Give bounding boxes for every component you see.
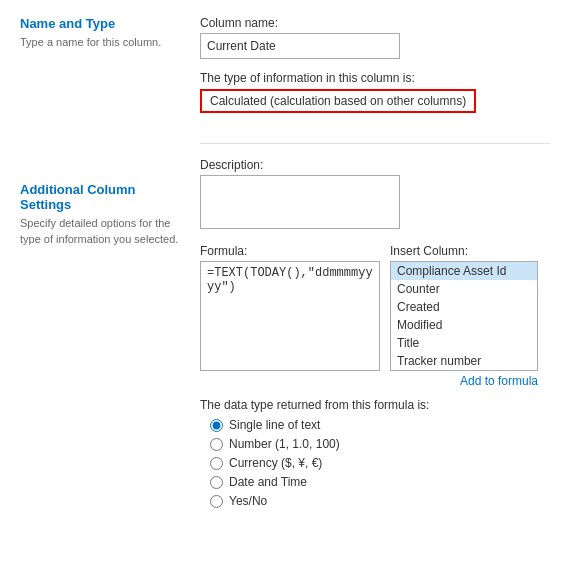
type-info-text: The type of information in this column i… (200, 71, 550, 85)
data-type-label: The data type returned from this formula… (200, 398, 550, 412)
radio-label-2: Currency ($, ¥, €) (229, 456, 322, 470)
column-name-label: Column name: (200, 16, 550, 30)
list-item[interactable]: Created (391, 298, 537, 316)
formula-input[interactable]: =TEXT(TODAY(),"ddmmmmyyyy") (200, 261, 380, 371)
additional-settings-section: Additional Column Settings Specify detai… (20, 182, 184, 247)
radio-label-3: Date and Time (229, 475, 307, 489)
radio-label-4: Yes/No (229, 494, 267, 508)
type-info-group: The type of information in this column i… (200, 71, 550, 129)
radio-input-1[interactable] (210, 438, 223, 451)
insert-column-label: Insert Column: (390, 244, 538, 258)
additional-settings-title: Additional Column Settings (20, 182, 184, 212)
formula-label: Formula: (200, 244, 380, 258)
additional-settings-desc: Specify detailed options for the type of… (20, 216, 184, 247)
description-label: Description: (200, 158, 550, 172)
list-item[interactable]: Title (391, 334, 537, 352)
divider (200, 143, 550, 144)
column-name-group: Column name: (200, 16, 550, 59)
name-type-section: Name and Type Type a name for this colum… (20, 16, 184, 50)
radio-input-3[interactable] (210, 476, 223, 489)
radio-input-4[interactable] (210, 495, 223, 508)
list-item[interactable]: Modified (391, 316, 537, 334)
list-item[interactable]: Counter (391, 280, 537, 298)
list-item[interactable]: Compliance Asset Id (391, 262, 537, 280)
radio-input-0[interactable] (210, 419, 223, 432)
right-panel: Column name: The type of information in … (200, 16, 550, 508)
radio-item-4[interactable]: Yes/No (210, 494, 550, 508)
list-item[interactable]: Tracker number (391, 352, 537, 370)
radio-label-0: Single line of text (229, 418, 320, 432)
add-to-formula-link[interactable]: Add to formula (390, 374, 538, 388)
radio-item-2[interactable]: Currency ($, ¥, €) (210, 456, 550, 470)
formula-insert-row: Formula: =TEXT(TODAY(),"ddmmmmyyyy") Ins… (200, 244, 550, 388)
column-name-input[interactable] (200, 33, 400, 59)
name-type-title: Name and Type (20, 16, 184, 31)
type-value-box: Calculated (calculation based on other c… (200, 89, 476, 113)
left-panel: Name and Type Type a name for this colum… (20, 16, 200, 508)
description-group: Description: (200, 158, 550, 232)
formula-section: Formula: =TEXT(TODAY(),"ddmmmmyyyy") (200, 244, 380, 371)
name-type-desc: Type a name for this column. (20, 35, 184, 50)
radio-group: Single line of textNumber (1, 1.0, 100)C… (200, 418, 550, 508)
radio-item-1[interactable]: Number (1, 1.0, 100) (210, 437, 550, 451)
radio-item-0[interactable]: Single line of text (210, 418, 550, 432)
radio-item-3[interactable]: Date and Time (210, 475, 550, 489)
radio-label-1: Number (1, 1.0, 100) (229, 437, 340, 451)
data-type-section: The data type returned from this formula… (200, 398, 550, 508)
radio-input-2[interactable] (210, 457, 223, 470)
description-input[interactable] (200, 175, 400, 229)
insert-column-section: Insert Column: Compliance Asset IdCounte… (390, 244, 538, 388)
insert-column-listbox[interactable]: Compliance Asset IdCounterCreatedModifie… (390, 261, 538, 371)
main-layout: Name and Type Type a name for this colum… (20, 16, 550, 508)
